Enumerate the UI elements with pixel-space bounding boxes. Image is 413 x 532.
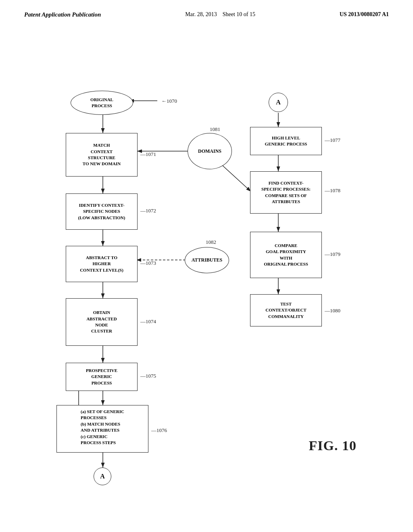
header-sheet: Sheet 10 of 15 (223, 11, 255, 17)
label-1073: —1073 (140, 260, 156, 266)
header-patent-number: US 2013/0080207 A1 (340, 11, 389, 18)
label-1072: —1072 (140, 208, 156, 214)
label-1070: ←1070 (161, 98, 177, 104)
header: Patent Application Publication Mar. 28, … (0, 0, 413, 22)
connector-a-top: A (269, 93, 288, 112)
figure-label: FIG. 10 (309, 438, 357, 453)
label-1071: —1071 (140, 151, 156, 158)
node-obtain-abstracted: OBTAIN ABSTRACTED NODE CLUSTER (66, 298, 138, 346)
node-identify-context: IDENTIFY CONTEXT- SPECIFIC NODES (LOW AB… (66, 193, 138, 230)
node-original-process: ORIGINAL PROCESS (71, 91, 133, 115)
node-compare-goal: COMPARE GOAL PROXIMITY WITH ORIGINAL PRO… (250, 232, 322, 278)
node-abstract-higher: ABSTRACT TO HIGHER CONTEXT LEVEL(S) (66, 246, 138, 282)
label-1075: —1075 (140, 373, 156, 379)
label-1078: —1078 (325, 187, 340, 194)
label-1076: —1076 (151, 427, 167, 434)
label-1080: —1080 (325, 308, 340, 314)
diagram-area: ORIGINAL PROCESS ←1070 MATCH CONTEXT STR… (0, 26, 413, 502)
header-publication-label: Patent Application Publication (24, 11, 101, 18)
header-center: Mar. 28, 2013 Sheet 10 of 15 (185, 11, 255, 18)
connector-a-bottom: A (94, 468, 111, 485)
node-domains: DOMAINS (188, 133, 232, 169)
label-1074: —1074 (140, 318, 156, 325)
node-high-level-generic: HIGH LEVEL GENERIC PROCESS (250, 127, 322, 155)
node-set-generic: (a) SET OF GENERIC PROCESSES (b) MATCH N… (56, 405, 148, 453)
node-prospective-generic: PROSPECTIVE GENERIC PROCESS (66, 363, 138, 391)
header-date: Mar. 28, 2013 (185, 11, 217, 17)
label-1082: 1082 (206, 239, 216, 245)
label-1079: —1079 (325, 251, 340, 258)
label-1077: —1077 (325, 137, 340, 143)
node-test-context: TEST CONTEXT/OBJECT COMMANALITY (250, 294, 322, 326)
node-match-context: MATCH CONTEXT STRUCTURE TO NEW DOMAIN (66, 133, 138, 177)
label-1081: 1081 (210, 126, 220, 133)
node-find-context: FIND CONTEXT- SPECIFIC PROCESSES: COMPAR… (250, 171, 322, 214)
page: Patent Application Publication Mar. 28, … (0, 0, 413, 532)
node-attributes: ATTRIBUTES (185, 247, 229, 273)
